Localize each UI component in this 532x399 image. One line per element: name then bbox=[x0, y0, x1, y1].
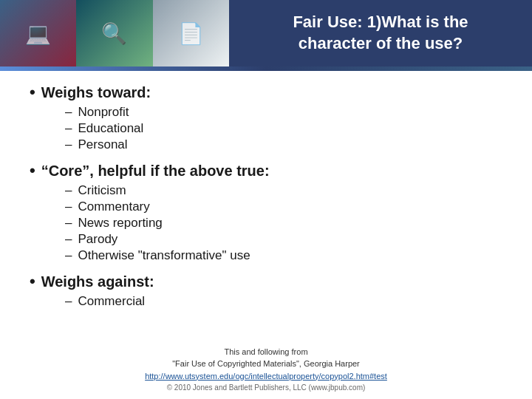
item-transformative: Otherwise "transformative" use bbox=[78, 248, 250, 263]
header-image-3: 📄 bbox=[153, 0, 229, 66]
slide-title: Fair Use: 1)What is the character of the… bbox=[293, 12, 468, 54]
bullet-dot-1: • bbox=[30, 83, 35, 102]
list-item: – Commercial bbox=[65, 294, 502, 309]
core-helpful-label: “Core”, helpful if the above true: bbox=[41, 163, 270, 180]
dash-icon: – bbox=[65, 121, 72, 136]
item-educational: Educational bbox=[78, 121, 143, 136]
weighs-toward-list: – Nonprofit – Educational – Personal bbox=[65, 105, 502, 152]
footer-link[interactable]: http://www.utsystem.edu/ogc/intellectual… bbox=[145, 372, 387, 381]
footer-line1: This and following from bbox=[15, 346, 517, 358]
weighs-against-list: – Commercial bbox=[65, 294, 502, 309]
list-item: – Educational bbox=[65, 121, 502, 136]
slide: 💻 🔍 📄 Fair Use: 1)What is the character … bbox=[0, 0, 532, 399]
item-criticism: Criticism bbox=[78, 183, 126, 198]
fingerprint-icon: 🔍 bbox=[101, 21, 127, 46]
dash-icon: – bbox=[65, 105, 72, 120]
weighs-against-label: Weighs against: bbox=[41, 273, 154, 290]
bullet-dot-2: • bbox=[30, 161, 35, 180]
content-area: • Weighs toward: – Nonprofit – Education… bbox=[0, 71, 532, 341]
header-title-block: Fair Use: 1)What is the character of the… bbox=[229, 0, 532, 66]
list-item: – News reporting bbox=[65, 216, 502, 231]
footer-line2: "Fair Use of Copyrighted Materials", Geo… bbox=[15, 358, 517, 370]
document-icon: 📄 bbox=[178, 21, 204, 46]
dash-icon: – bbox=[65, 183, 72, 198]
dash-icon: – bbox=[65, 248, 72, 263]
item-personal: Personal bbox=[78, 137, 127, 152]
dash-icon: – bbox=[65, 216, 72, 231]
title-line2: character of the use? bbox=[299, 34, 463, 52]
item-news-reporting: News reporting bbox=[78, 216, 162, 231]
list-item: – Commentary bbox=[65, 200, 502, 214]
section-core-helpful: • “Core”, helpful if the above true: – C… bbox=[30, 161, 502, 263]
footer: This and following from "Fair Use of Cop… bbox=[0, 341, 532, 400]
list-item: – Parody bbox=[65, 232, 502, 247]
list-item: – Otherwise "transformative" use bbox=[65, 248, 502, 263]
item-parody: Parody bbox=[78, 232, 117, 247]
bullet-main-3: • Weighs against: bbox=[30, 272, 502, 291]
section-weighs-toward: • Weighs toward: – Nonprofit – Education… bbox=[30, 83, 502, 152]
footer-copyright: © 2010 Jones and Bartlett Publishers, LL… bbox=[15, 382, 517, 393]
item-nonprofit: Nonprofit bbox=[78, 105, 129, 120]
bullet-main-2: • “Core”, helpful if the above true: bbox=[30, 161, 502, 180]
header-image-1: 💻 bbox=[0, 0, 76, 66]
dash-icon: – bbox=[65, 137, 72, 152]
list-item: – Criticism bbox=[65, 183, 502, 198]
item-commentary: Commentary bbox=[78, 200, 149, 214]
dash-icon: – bbox=[65, 294, 72, 309]
header-images: 💻 🔍 📄 bbox=[0, 0, 229, 66]
laptop-icon: 💻 bbox=[25, 21, 51, 46]
bullet-dot-3: • bbox=[30, 272, 35, 291]
section-weighs-against: • Weighs against: – Commercial bbox=[30, 272, 502, 309]
list-item: – Personal bbox=[65, 137, 502, 152]
header-image-2: 🔍 bbox=[76, 0, 152, 66]
item-commercial: Commercial bbox=[78, 294, 145, 309]
weighs-toward-label: Weighs toward: bbox=[41, 84, 151, 101]
dash-icon: – bbox=[65, 232, 72, 247]
core-helpful-list: – Criticism – Commentary – News reportin… bbox=[65, 183, 502, 263]
header: 💻 🔍 📄 Fair Use: 1)What is the character … bbox=[0, 0, 532, 66]
dash-icon: – bbox=[65, 200, 72, 214]
bullet-main-1: • Weighs toward: bbox=[30, 83, 502, 102]
title-line1: Fair Use: 1)What is the bbox=[293, 13, 468, 31]
list-item: – Nonprofit bbox=[65, 105, 502, 120]
